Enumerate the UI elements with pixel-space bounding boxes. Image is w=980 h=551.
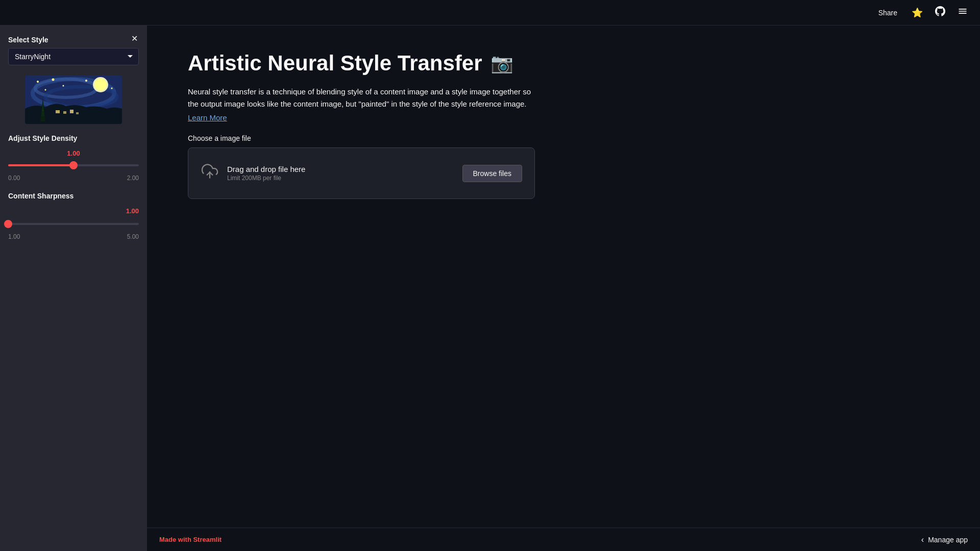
browse-files-button[interactable]: Browse files — [462, 165, 522, 182]
sharpness-label: Content Sharpness — [8, 192, 139, 200]
style-select[interactable]: StarryNight Picasso Monet Kandinsky Munc… — [8, 48, 139, 65]
svg-point-5 — [94, 79, 107, 91]
upload-left: Drag and drop file here Limit 200MB per … — [201, 162, 305, 184]
footer-made-with: Made with Streamlit — [159, 536, 222, 543]
density-slider-section: Adjust Style Density 1.00 0.00 2.00 — [8, 134, 139, 182]
menu-icon — [958, 6, 968, 19]
sharpness-thumb[interactable] — [4, 220, 12, 228]
cloud-upload-icon — [201, 162, 219, 184]
close-icon: ✕ — [131, 34, 138, 43]
density-range-labels: 0.00 2.00 — [8, 174, 139, 182]
sharpness-range-labels: 1.00 5.00 — [8, 233, 139, 240]
top-bar-actions: Share ⭐ — [874, 4, 970, 21]
density-slider[interactable] — [8, 160, 139, 170]
svg-point-6 — [37, 81, 39, 83]
menu-button[interactable] — [955, 4, 970, 21]
density-track — [8, 164, 139, 166]
svg-point-10 — [85, 80, 87, 82]
footer: Made with Streamlit ‹ Manage app — [147, 528, 980, 551]
svg-point-11 — [111, 88, 113, 89]
svg-point-7 — [52, 79, 55, 81]
chevron-left-icon: ‹ — [921, 535, 924, 544]
footer-brand: Streamlit — [193, 536, 222, 543]
app-description: Neural style transfer is a technique of … — [188, 86, 535, 110]
select-style-section: Select Style StarryNight Picasso Monet K… — [8, 36, 139, 65]
upload-zone[interactable]: Drag and drop file here Limit 200MB per … — [188, 147, 535, 199]
svg-point-9 — [45, 89, 46, 91]
top-bar: Share ⭐ — [0, 0, 980, 26]
svg-rect-12 — [56, 110, 60, 113]
share-button[interactable]: Share — [874, 7, 901, 19]
density-min-label: 0.00 — [8, 174, 20, 182]
svg-rect-14 — [70, 110, 74, 113]
github-button[interactable] — [933, 4, 947, 21]
sharpness-slider-section: Content Sharpness 1.00 1.00 5.00 — [8, 192, 139, 240]
app-title: Artistic Neural Style Transfer 📷 — [188, 51, 939, 76]
sharpness-max-label: 5.00 — [127, 233, 139, 240]
sidebar: ✕ Select Style StarryNight Picasso Monet… — [0, 26, 147, 551]
sharpness-slider[interactable] — [8, 219, 139, 229]
sharpness-track — [8, 223, 139, 225]
svg-point-8 — [63, 85, 64, 87]
density-fill — [8, 164, 74, 166]
starry-night-svg — [25, 76, 122, 124]
upload-text-container: Drag and drop file here Limit 200MB per … — [227, 165, 305, 182]
manage-app-button[interactable]: ‹ Manage app — [921, 535, 968, 544]
density-value: 1.00 — [8, 149, 139, 157]
app-title-text: Artistic Neural Style Transfer — [188, 51, 482, 76]
app-layout: ✕ Select Style StarryNight Picasso Monet… — [0, 26, 980, 551]
density-label: Adjust Style Density — [8, 134, 139, 142]
style-preview-image — [25, 76, 122, 124]
share-label: Share — [878, 9, 897, 17]
file-limit-text: Limit 200MB per file — [227, 174, 305, 182]
github-icon — [935, 6, 945, 19]
sidebar-close-button[interactable]: ✕ — [129, 33, 140, 45]
footer-prefix: Made with — [159, 536, 193, 543]
drag-drop-text: Drag and drop file here — [227, 165, 305, 173]
select-style-label: Select Style — [8, 36, 139, 44]
svg-rect-13 — [63, 111, 66, 114]
svg-rect-15 — [76, 112, 79, 114]
upload-label: Choose a image file — [188, 134, 939, 142]
app-title-emoji: 📷 — [491, 53, 513, 74]
sharpness-min-label: 1.00 — [8, 233, 20, 240]
star-icon: ⭐ — [912, 7, 923, 18]
main-content: Artistic Neural Style Transfer 📷 Neural … — [147, 26, 980, 551]
density-thumb[interactable] — [69, 161, 78, 169]
density-max-label: 2.00 — [127, 174, 139, 182]
manage-app-label: Manage app — [928, 536, 968, 544]
learn-more-link[interactable]: Learn More — [188, 113, 939, 122]
sharpness-value: 1.00 — [8, 207, 139, 215]
star-button[interactable]: ⭐ — [910, 5, 925, 20]
